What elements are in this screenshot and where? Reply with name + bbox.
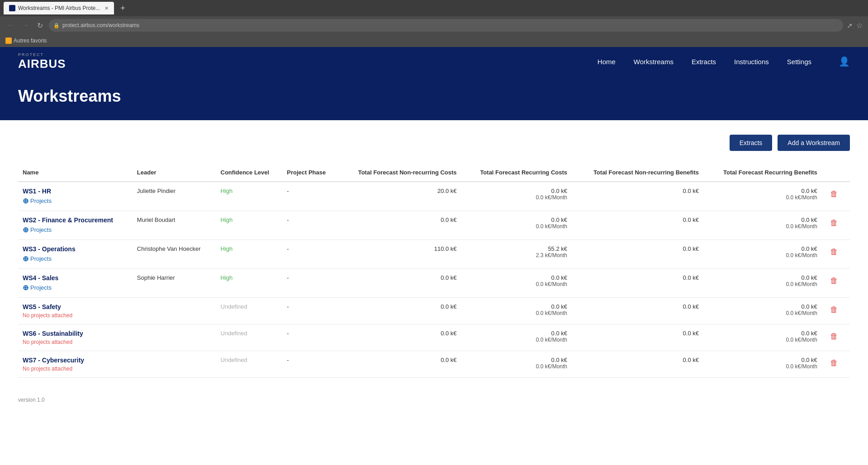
ws-r-costs-ws7: 0.0 k€0.0 k€/Month bbox=[461, 351, 572, 378]
col-r-costs: Total Forecast Recurring Costs bbox=[461, 165, 572, 182]
ws-nr-benefits-ws1: 0.0 k€ bbox=[572, 182, 703, 211]
ws-projects-link-ws2[interactable]: ⊕ Projects bbox=[23, 225, 128, 234]
ws-name-ws6[interactable]: WS6 - Sustainability bbox=[23, 330, 128, 337]
table-row: WS7 - CybersecurityNo projects attachedU… bbox=[18, 351, 850, 378]
reload-button[interactable]: ↻ bbox=[34, 21, 45, 30]
user-icon[interactable]: 👤 bbox=[839, 56, 850, 67]
ws-name-cell-ws7: WS7 - CybersecurityNo projects attached bbox=[18, 351, 133, 378]
ws-confidence-ws5: Undefined bbox=[221, 303, 247, 310]
ws-nr-benefits-ws5: 0.0 k€ bbox=[572, 298, 703, 324]
ws-delete-button-ws4[interactable]: 🗑 bbox=[826, 274, 842, 287]
ws-r-benefits-ws4: 0.0 k€0.0 k€/Month bbox=[703, 269, 822, 298]
new-tab-button[interactable]: + bbox=[118, 4, 128, 13]
action-toolbar: Extracts Add a Workstream bbox=[18, 135, 850, 151]
workstreams-table: Name Leader Confidence Level Project Pha… bbox=[18, 165, 850, 378]
ws-confidence-ws2: High bbox=[221, 216, 233, 223]
plus-circle-icon: ⊕ bbox=[23, 197, 28, 205]
ws-name-cell-ws1: WS1 - HR⊕ Projects bbox=[18, 182, 133, 211]
nav-instructions[interactable]: Instructions bbox=[734, 58, 769, 66]
ws-name-ws2[interactable]: WS2 - Finance & Procurement bbox=[23, 216, 128, 224]
ws-projects-link-ws1[interactable]: ⊕ Projects bbox=[23, 197, 128, 205]
version-bar: version 1.0 bbox=[0, 392, 868, 408]
ws-confidence-cell-ws5: Undefined bbox=[216, 298, 283, 324]
nav-extracts[interactable]: Extracts bbox=[692, 58, 716, 66]
address-text: protect.airbus.com/workstreams bbox=[62, 22, 139, 28]
ws-name-ws7[interactable]: WS7 - Cybersecurity bbox=[23, 357, 128, 364]
add-workstream-button[interactable]: Add a Workstream bbox=[778, 135, 850, 151]
ws-confidence-cell-ws7: Undefined bbox=[216, 351, 283, 378]
ws-projects-link-ws4[interactable]: ⊕ Projects bbox=[23, 283, 128, 292]
projects-label: Projects bbox=[30, 197, 52, 204]
logo: PROTECT AIRBUS bbox=[18, 52, 66, 71]
ws-leader-ws7 bbox=[133, 351, 216, 378]
nav-home[interactable]: Home bbox=[598, 58, 616, 66]
ws-r-costs-ws2: 0.0 k€0.0 k€/Month bbox=[461, 211, 572, 240]
ws-confidence-ws6: Undefined bbox=[221, 330, 247, 337]
nav-settings[interactable]: Settings bbox=[787, 58, 811, 66]
ws-projects-link-ws3[interactable]: ⊕ Projects bbox=[23, 254, 128, 263]
active-tab[interactable]: Workstreams - PMI Airbus Prote... ✕ bbox=[4, 2, 114, 14]
ws-r-benefits-ws2: 0.0 k€0.0 k€/Month bbox=[703, 211, 822, 240]
extracts-button[interactable]: Extracts bbox=[730, 135, 773, 151]
forward-button[interactable]: → bbox=[20, 21, 31, 29]
page-title: Workstreams bbox=[18, 87, 850, 106]
ws-confidence-ws1: High bbox=[221, 188, 233, 194]
plus-circle-icon: ⊕ bbox=[23, 283, 28, 292]
ws-r-costs-ws3: 55.2 k€2.3 k€/Month bbox=[461, 240, 572, 269]
tab-close-button[interactable]: ✕ bbox=[104, 5, 109, 11]
ws-name-ws4[interactable]: WS4 - Sales bbox=[23, 274, 128, 282]
ws-delete-cell-ws1: 🗑 bbox=[822, 182, 850, 211]
logo-airbus: AIRBUS bbox=[18, 57, 66, 71]
ws-nr-costs-ws7: 0.0 k€ bbox=[337, 351, 461, 378]
no-projects-ws7: No projects attached bbox=[23, 366, 128, 372]
table-row: WS2 - Finance & Procurement⊕ ProjectsMur… bbox=[18, 211, 850, 240]
address-bar[interactable]: 🔒 protect.airbus.com/workstreams bbox=[49, 19, 843, 32]
col-confidence: Confidence Level bbox=[216, 165, 283, 182]
ws-name-ws3[interactable]: WS3 - Operations bbox=[23, 245, 128, 253]
no-projects-ws6: No projects attached bbox=[23, 339, 128, 345]
ws-name-ws1[interactable]: WS1 - HR bbox=[23, 188, 128, 195]
ws-delete-button-ws1[interactable]: 🗑 bbox=[826, 188, 842, 201]
ws-delete-button-ws7[interactable]: 🗑 bbox=[826, 357, 842, 370]
nav-workstreams[interactable]: Workstreams bbox=[634, 58, 674, 66]
plus-circle-icon: ⊕ bbox=[23, 254, 28, 263]
favorites-folder[interactable]: Autres favoris bbox=[5, 38, 47, 44]
back-button[interactable]: ← bbox=[5, 21, 16, 29]
ws-r-benefits-ws1: 0.0 k€0.0 k€/Month bbox=[703, 182, 822, 211]
ws-confidence-cell-ws6: Undefined bbox=[216, 324, 283, 351]
ws-confidence-cell-ws1: High bbox=[216, 182, 283, 211]
ws-name-ws5[interactable]: WS5 - Safety bbox=[23, 303, 128, 310]
ws-nr-costs-ws1: 20.0 k€ bbox=[337, 182, 461, 211]
ws-delete-button-ws5[interactable]: 🗑 bbox=[826, 303, 842, 316]
favorites-label: Autres favoris bbox=[14, 38, 47, 44]
browser-toolbar: ← → ↻ 🔒 protect.airbus.com/workstreams ➚… bbox=[0, 16, 868, 34]
ws-leader-ws6 bbox=[133, 324, 216, 351]
ws-delete-cell-ws6: 🗑 bbox=[822, 324, 850, 351]
ws-confidence-cell-ws3: High bbox=[216, 240, 283, 269]
nav-links: Home Workstreams Extracts Instructions S… bbox=[598, 56, 850, 67]
ws-r-costs-ws5: 0.0 k€0.0 k€/Month bbox=[461, 298, 572, 324]
ws-confidence-ws4: High bbox=[221, 274, 233, 281]
ws-delete-button-ws6[interactable]: 🗑 bbox=[826, 330, 842, 343]
ws-leader-ws3: Christophe Van Hoecker bbox=[133, 240, 216, 269]
ws-confidence-ws7: Undefined bbox=[221, 357, 247, 363]
table-row: WS3 - Operations⊕ ProjectsChristophe Van… bbox=[18, 240, 850, 269]
table-row: WS5 - SafetyNo projects attachedUndefine… bbox=[18, 298, 850, 324]
ws-nr-costs-ws4: 0.0 k€ bbox=[337, 269, 461, 298]
logo-protect: PROTECT bbox=[18, 52, 66, 57]
ws-leader-ws1: Juliette Pindier bbox=[133, 182, 216, 211]
share-icon[interactable]: ➚ bbox=[847, 21, 853, 30]
ws-delete-button-ws3[interactable]: 🗑 bbox=[826, 245, 842, 258]
no-projects-ws5: No projects attached bbox=[23, 312, 128, 319]
ws-delete-cell-ws7: 🗑 bbox=[822, 351, 850, 378]
bookmark-icon[interactable]: ☆ bbox=[856, 21, 863, 30]
ws-nr-costs-ws6: 0.0 k€ bbox=[337, 324, 461, 351]
page-header: Workstreams bbox=[0, 76, 868, 120]
ws-name-cell-ws3: WS3 - Operations⊕ Projects bbox=[18, 240, 133, 269]
ws-phase-ws3: - bbox=[282, 240, 337, 269]
ws-delete-button-ws2[interactable]: 🗑 bbox=[826, 216, 842, 230]
ws-nr-benefits-ws6: 0.0 k€ bbox=[572, 324, 703, 351]
ws-name-cell-ws6: WS6 - SustainabilityNo projects attached bbox=[18, 324, 133, 351]
lock-icon: 🔒 bbox=[53, 23, 60, 28]
ws-leader-ws4: Sophie Harrier bbox=[133, 269, 216, 298]
